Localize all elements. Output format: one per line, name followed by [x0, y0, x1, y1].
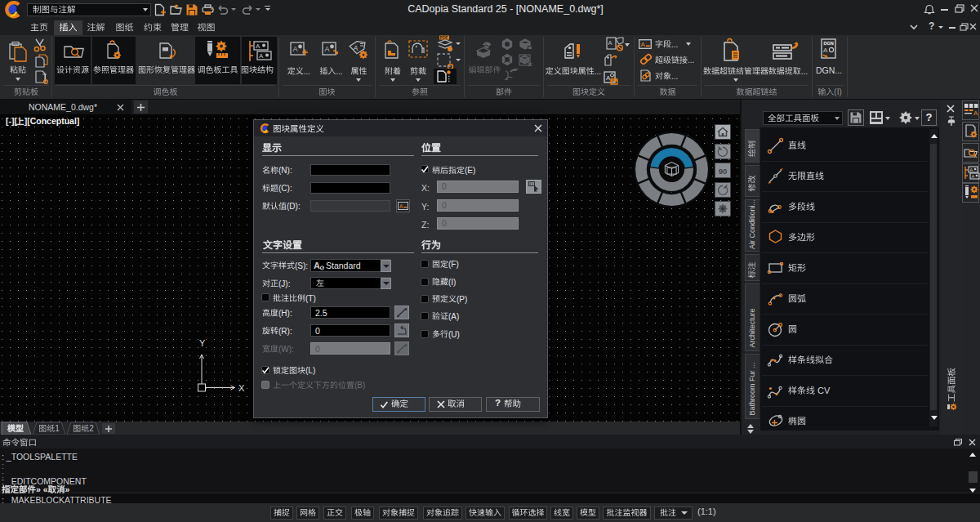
- svg-text:» «: » «: [36, 484, 48, 494]
- svg-text:][Conceptual]: ][Conceptual]: [24, 116, 80, 126]
- svg-text:(C):: (C):: [278, 184, 292, 193]
- svg-text:Air Conditioni...: Air Conditioni...: [748, 199, 756, 249]
- svg-text:Architecture: Architecture: [748, 308, 756, 347]
- svg-text:1: 1: [55, 424, 60, 433]
- svg-text:Bathroom Fur ...: Bathroom Fur ...: [748, 362, 756, 415]
- svg-text:(F): (F): [448, 260, 459, 269]
- svg-text:(A): (A): [448, 312, 459, 321]
- svg-text:(W):: (W):: [278, 345, 294, 354]
- svg-text:CV: CV: [817, 386, 831, 395]
- svg-text:(P): (P): [457, 295, 467, 304]
- svg-text:...: ...: [336, 67, 342, 76]
- svg-text:(I): (I): [834, 87, 841, 96]
- svg-text:(B): (B): [354, 381, 365, 390]
- svg-text:(L): (L): [305, 366, 315, 375]
- svg-text:(N):: (N):: [278, 166, 292, 175]
- svg-text:(J):: (J):: [278, 279, 290, 288]
- svg-text:(S):: (S):: [295, 261, 308, 270]
- svg-text:...: ...: [595, 67, 601, 76]
- svg-text:»: »: [65, 484, 70, 494]
- svg-text:(E): (E): [465, 166, 475, 175]
- svg-text:...: ...: [671, 72, 678, 81]
- svg-text:[-][: [-][: [6, 116, 17, 126]
- svg-text:(R):: (R):: [278, 327, 292, 336]
- svg-text:...: ...: [304, 67, 310, 76]
- svg-text:(U): (U): [448, 330, 460, 339]
- svg-text:(H):: (H):: [278, 309, 292, 318]
- svg-text:2: 2: [89, 424, 94, 433]
- svg-text:(D):: (D):: [287, 202, 301, 211]
- svg-text:...: ...: [801, 67, 808, 76]
- svg-text:...: ...: [688, 56, 694, 65]
- svg-text:...: ...: [671, 40, 678, 49]
- svg-text:(T): (T): [305, 294, 316, 303]
- svg-text:(I): (I): [448, 278, 456, 287]
